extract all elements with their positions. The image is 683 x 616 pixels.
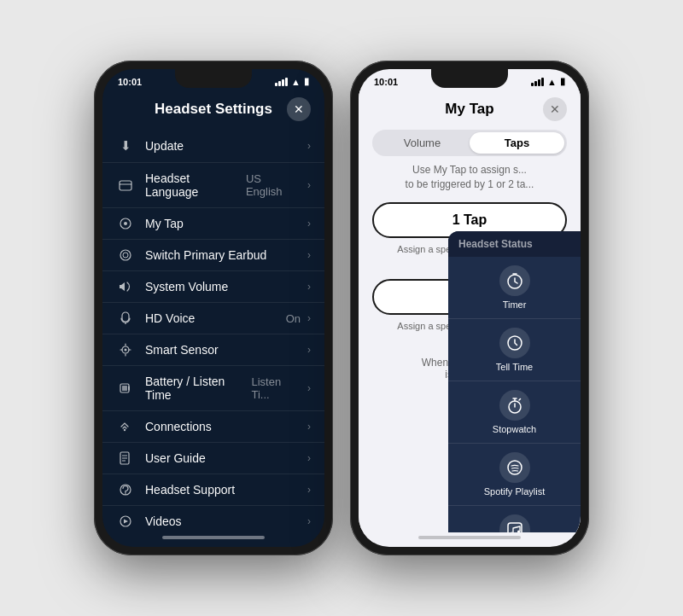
svg-point-11 xyxy=(124,429,126,431)
stopwatch-label: Stopwatch xyxy=(493,424,536,434)
left-time: 10:01 xyxy=(118,77,142,87)
right-signal-bar-3 xyxy=(538,79,540,86)
stopwatch-icon xyxy=(499,390,530,421)
settings-item-user-guide[interactable]: User Guide › xyxy=(102,443,324,474)
battery-listen-time-icon xyxy=(116,381,135,395)
settings-item-language-content: Headset Language US English › xyxy=(145,171,311,199)
settings-item-update-content: Update › xyxy=(145,139,311,153)
update-chevron: › xyxy=(307,140,311,152)
videos-chevron: › xyxy=(307,515,311,527)
right-signal-bar-4 xyxy=(541,78,544,86)
hd-voice-value: On xyxy=(286,312,301,325)
dropdown-header-label: Headset Status xyxy=(448,231,581,257)
system-volume-label: System Volume xyxy=(145,280,228,293)
dropdown-item-stopwatch[interactable]: Stopwatch xyxy=(448,381,581,444)
settings-item-battery-content: Battery / Listen Time Listen Ti... › xyxy=(145,375,311,402)
svg-point-17 xyxy=(125,493,126,495)
headset-support-label: Headset Support xyxy=(145,483,235,497)
settings-item-user-guide-content: User Guide › xyxy=(145,451,311,465)
settings-item-connections[interactable]: Connections › xyxy=(102,411,324,443)
left-home-indicator xyxy=(162,536,265,539)
tell-time-label: Tell Time xyxy=(496,362,533,372)
signal-bar-2 xyxy=(278,81,281,86)
timer-icon xyxy=(499,265,530,296)
hd-voice-icon xyxy=(116,311,135,325)
settings-item-system-volume[interactable]: System Volume › xyxy=(102,271,324,303)
right-battery-icon: ▮ xyxy=(560,76,565,87)
smart-sensor-chevron: › xyxy=(307,344,311,356)
dropdown-item-timer[interactable]: Timer xyxy=(448,257,581,319)
settings-item-switch-primary-earbud[interactable]: Switch Primary Earbud › xyxy=(102,240,324,271)
signal-bar-4 xyxy=(285,78,288,86)
left-phone: 10:01 ▲ ▮ Headset Settings xyxy=(94,61,333,555)
timer-label: Timer xyxy=(503,299,527,310)
connections-chevron: › xyxy=(307,421,311,433)
settings-item-system-volume-content: System Volume › xyxy=(145,280,311,293)
settings-close-button[interactable]: ✕ xyxy=(287,97,311,121)
right-signal-bar-2 xyxy=(534,81,537,86)
settings-item-battery-listen-time[interactable]: Battery / Listen Time Listen Ti... › xyxy=(102,366,324,411)
switch-primary-earbud-label: Switch Primary Earbud xyxy=(145,248,266,262)
headset-language-label: Headset Language xyxy=(145,171,246,199)
battery-chevron: › xyxy=(307,382,311,394)
switch-primary-earbud-icon xyxy=(116,248,135,262)
settings-item-smart-sensor-content: Smart Sensor › xyxy=(145,343,311,357)
connections-label: Connections xyxy=(145,420,212,433)
left-notch xyxy=(175,69,252,88)
dropdown-item-tell-time[interactable]: Tell Time xyxy=(448,319,581,381)
right-time: 10:01 xyxy=(374,77,398,87)
settings-item-hd-voice[interactable]: HD Voice On › xyxy=(102,303,324,334)
settings-header: Headset Settings ✕ xyxy=(102,90,324,130)
settings-item-videos-content: Videos › xyxy=(145,514,311,528)
dropdown-item-spotify-playlist[interactable]: Spotify Playlist xyxy=(448,444,581,506)
headset-language-icon xyxy=(116,180,135,191)
signal-bar-3 xyxy=(282,79,284,86)
right-home-indicator xyxy=(418,536,521,539)
signal-bars xyxy=(275,78,288,86)
svg-point-3 xyxy=(124,222,127,225)
settings-item-headset-language[interactable]: Headset Language US English › xyxy=(102,163,324,208)
settings-title: Headset Settings xyxy=(140,101,287,118)
headset-settings-panel: Headset Settings ✕ ⬇ Update › xyxy=(102,90,324,543)
svg-rect-10 xyxy=(122,386,127,391)
system-volume-icon xyxy=(116,281,135,293)
my-tap-label: My Tap xyxy=(145,217,184,230)
right-status-icons: ▲ ▮ xyxy=(531,76,565,87)
tab-volume[interactable]: Volume xyxy=(375,132,470,154)
svg-marker-19 xyxy=(124,520,128,524)
tap-description: Use My Tap to assign s...to be triggered… xyxy=(372,163,567,192)
tab-switcher: Volume Taps xyxy=(372,130,567,156)
svg-point-8 xyxy=(125,349,127,352)
settings-item-videos[interactable]: Videos › xyxy=(102,506,324,532)
headset-status-dropdown: Headset Status Timer xyxy=(448,231,581,532)
my-tap-icon xyxy=(116,217,135,230)
my-tap-close-button[interactable]: ✕ xyxy=(543,97,567,121)
apple-music-playlist-icon xyxy=(499,514,530,532)
right-notch xyxy=(431,69,508,88)
tab-taps[interactable]: Taps xyxy=(470,132,564,154)
user-guide-label: User Guide xyxy=(145,451,206,465)
hd-voice-label: HD Voice xyxy=(145,311,195,325)
dropdown-item-apple-music-playlist[interactable]: Apple Music Playlist xyxy=(448,506,581,532)
settings-item-update[interactable]: ⬇ Update › xyxy=(102,130,324,163)
spotify-playlist-icon xyxy=(499,452,530,483)
hd-voice-chevron: › xyxy=(307,312,311,324)
battery-listen-time-label: Battery / Listen Time xyxy=(145,375,251,402)
videos-icon xyxy=(116,514,135,528)
right-signal-bar-1 xyxy=(531,83,534,86)
settings-item-smart-sensor[interactable]: Smart Sensor › xyxy=(102,334,324,366)
headset-language-chevron: › xyxy=(307,179,311,191)
settings-list: ⬇ Update › xyxy=(102,130,324,532)
settings-item-headset-support-content: Headset Support › xyxy=(145,483,311,497)
smart-sensor-icon xyxy=(116,343,135,357)
my-tap-header: My Tap ✕ xyxy=(359,90,581,126)
switch-earbud-chevron: › xyxy=(307,249,311,261)
svg-rect-0 xyxy=(120,181,131,190)
user-guide-icon xyxy=(116,451,135,465)
settings-item-my-tap[interactable]: My Tap › xyxy=(102,208,324,240)
svg-point-5 xyxy=(123,253,128,258)
my-tap-body: Use My Tap to assign s...to be triggered… xyxy=(359,163,581,532)
settings-item-headset-support[interactable]: Headset Support › xyxy=(102,474,324,506)
left-status-icons: ▲ ▮ xyxy=(275,76,309,87)
headset-support-chevron: › xyxy=(307,484,311,496)
